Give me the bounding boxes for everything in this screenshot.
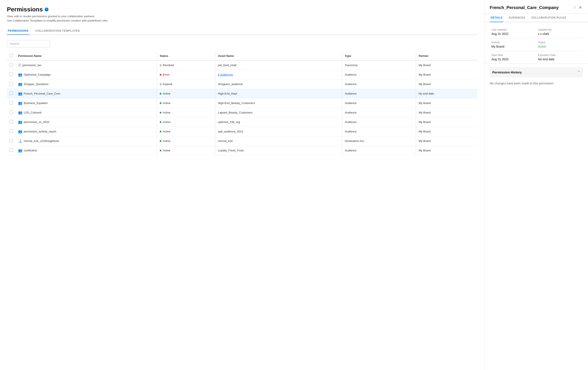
status-text: Active xyxy=(163,120,170,124)
page-title: Permissions xyxy=(7,6,43,13)
row-name-cell: 👥permissino_activity_report xyxy=(16,127,157,136)
row-status-cell: Active xyxy=(157,89,215,98)
status-dot xyxy=(160,112,161,113)
row-name-cell: ☰permission_tax xyxy=(16,61,157,70)
row-status-cell: Active xyxy=(157,108,215,117)
taxonomy-icon: ☰ xyxy=(18,63,21,67)
row-checkbox[interactable] xyxy=(10,139,13,142)
row-checkbox[interactable] xyxy=(10,111,13,114)
row-checkbox-cell xyxy=(7,117,16,127)
history-header[interactable]: Permission History ⌃ xyxy=(492,67,580,77)
search-input[interactable] xyxy=(7,40,50,47)
history-title: Permission History xyxy=(492,71,522,74)
status-value: Active xyxy=(538,45,581,48)
row-status-cell: Active xyxy=(157,146,215,155)
audience-icon: 👥 xyxy=(18,72,22,77)
col-permission-name: Permission Name xyxy=(16,52,157,60)
row-type-cell: Audience xyxy=(342,80,416,89)
status-dot xyxy=(160,121,161,123)
row-status-cell: Expired xyxy=(157,80,215,89)
panel-tab-collaboration-rules[interactable]: COLLABORATION RULES xyxy=(530,14,567,22)
table-row[interactable]: 👥permission_xx_0032Activeoptimize_53k_re… xyxy=(7,117,477,127)
row-partner-cell: My Brand xyxy=(416,146,477,155)
row-partner-cell: No end date xyxy=(416,89,477,98)
row-checkbox[interactable] xyxy=(10,148,13,152)
asset-link[interactable]: 2 audiences xyxy=(218,73,233,76)
row-partner-cell: My Brand xyxy=(416,80,477,89)
updated-by-value: c.c.clark xyxy=(538,32,581,36)
row-type-cell: Audience xyxy=(342,146,416,155)
row-permission-name: Shopper_Questions xyxy=(24,82,49,86)
table-row[interactable]: 👥Business_EquationActiveHigh-End_Beauty_… xyxy=(7,98,477,108)
status-dot xyxy=(160,102,161,104)
row-name-cell: 👥French_Personal_Care_Com xyxy=(16,89,157,98)
row-checkbox-cell xyxy=(7,108,16,117)
row-checkbox[interactable] xyxy=(10,120,13,123)
row-checkbox-cell xyxy=(7,146,16,155)
panel-tab-details[interactable]: DETAILS xyxy=(490,14,503,22)
last-updated-cell: Last Updated Aug 31 2022 xyxy=(490,26,536,38)
row-permission-name: Business_Equation xyxy=(24,102,48,105)
destination-icon: ⚓ xyxy=(18,139,22,143)
audience-icon: 👥 xyxy=(18,101,22,105)
table-row[interactable]: 👥permissino_activity_reportActiveaab_aud… xyxy=(7,127,477,136)
row-partner-cell: My Brand xyxy=(416,98,477,108)
row-checkbox[interactable] xyxy=(10,101,13,104)
row-asset-cell: Loyalty_Fresh_Food xyxy=(215,146,342,155)
status-dot xyxy=(160,150,161,151)
row-partner-cell: My Brand xyxy=(416,108,477,117)
status-dot xyxy=(160,83,161,85)
table-row[interactable]: 👥LDS_CobrandActiveLapsed_Beauty_Customer… xyxy=(7,108,477,117)
row-permission-name: normal_e2e_v216insightsub xyxy=(24,139,59,143)
tab-collaboration-templates[interactable]: COLLABORATION TEMPLATES xyxy=(34,27,81,35)
panel-close-button[interactable]: ✕ xyxy=(578,4,583,11)
audience-icon: 👥 xyxy=(18,111,22,114)
col-partner: Partner xyxy=(416,52,477,60)
audience-icon: 👥 xyxy=(18,148,22,153)
table-row[interactable]: 👥Optimized_CampaignError2 audiencesAudie… xyxy=(7,70,477,80)
status-label: Status xyxy=(538,41,581,44)
audience-icon: 👥 xyxy=(18,129,22,134)
row-type-cell: Audience xyxy=(342,108,416,117)
row-checkbox-cell xyxy=(7,60,16,70)
chevron-up-icon: ⌃ xyxy=(578,70,580,74)
table-row[interactable]: 👥Shopper_QuestionsExpiredShoppers_audien… xyxy=(7,80,477,89)
row-checkbox-cell xyxy=(7,98,16,108)
row-status-cell: Revoked xyxy=(157,60,215,70)
row-status-cell: Active xyxy=(157,127,215,136)
partner-cell: Partner My Brand xyxy=(490,38,536,51)
row-name-cell: 👥LDS_Cobrand xyxy=(16,108,157,117)
row-asset-cell: pet_food_retail xyxy=(215,60,342,70)
updated-by-cell: Updated By c.c.clark xyxy=(536,26,583,38)
drag-handle-icon: ⠿ xyxy=(574,6,576,10)
status-text: Active xyxy=(163,139,170,143)
row-checkbox[interactable] xyxy=(10,63,13,67)
row-checkbox[interactable] xyxy=(10,92,13,95)
select-all-checkbox[interactable] xyxy=(10,54,13,57)
tab-permissions[interactable]: PERMISSIONS xyxy=(7,27,29,35)
row-checkbox[interactable] xyxy=(10,129,13,133)
status-text: Active xyxy=(163,149,170,152)
row-asset-cell[interactable]: 2 audiences xyxy=(215,70,342,80)
page-subtitle: View, edit or revoke permissions granted… xyxy=(7,14,477,23)
row-name-cell: 👥permission_xx_0032 xyxy=(16,117,157,127)
row-permission-name: French_Personal_Care_Com xyxy=(24,92,60,95)
row-name-cell: 👥conflicttest xyxy=(16,146,157,155)
row-permission-name: permissino_activity_report xyxy=(24,130,56,133)
status-dot xyxy=(160,64,161,66)
row-type-cell: Audience xyxy=(342,89,416,98)
row-checkbox[interactable] xyxy=(10,72,13,76)
panel-tab-audiences[interactable]: AUDIENCES xyxy=(508,14,526,22)
col-asset-name: Asset Name xyxy=(215,52,342,60)
col-type: Type xyxy=(342,52,416,60)
table-row[interactable]: ☰permission_taxRevokedpet_food_retailTax… xyxy=(7,60,477,70)
panel-header-row: French_Personal_Care_Company xyxy=(490,5,559,13)
table-row[interactable]: ⚓normal_e2e_v216insightsubActivenormal_e… xyxy=(7,136,477,146)
row-checkbox[interactable] xyxy=(10,82,13,85)
help-icon[interactable]: ? xyxy=(45,8,49,11)
status-text: Active xyxy=(163,92,170,95)
table-row[interactable]: 👥French_Personal_Care_ComActiveHigh-End_… xyxy=(7,89,477,98)
expiration-date-value: No end date xyxy=(538,58,581,61)
status-dot xyxy=(160,93,161,94)
table-row[interactable]: 👥conflicttestActiveLoyalty_Fresh_FoodAud… xyxy=(7,146,477,155)
